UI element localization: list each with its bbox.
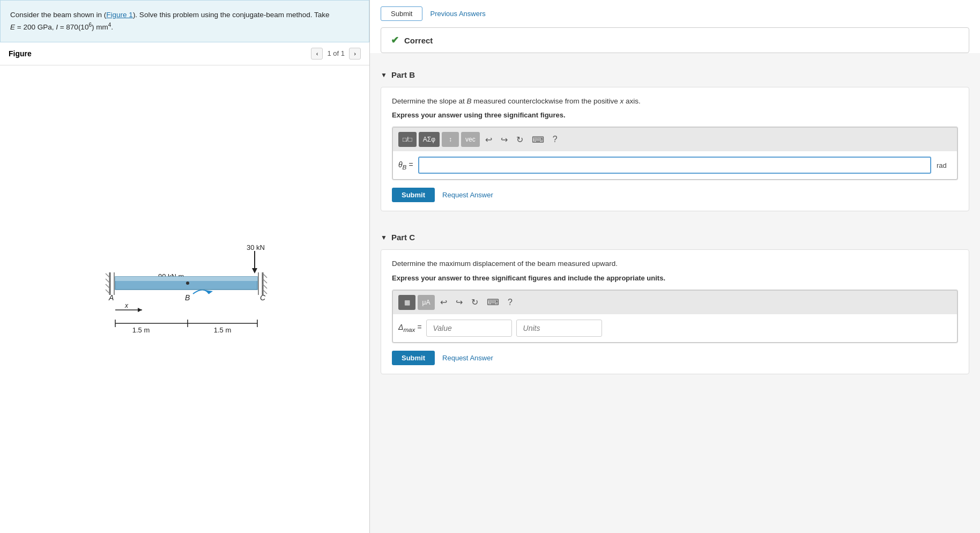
force-arrowhead-30kn	[252, 268, 257, 273]
correct-box: ✔ Correct	[381, 27, 969, 53]
beam-highlight	[115, 277, 257, 281]
part-c-toolbar: ▦ μΑ ↩ ↪ ↻ ⌨ ?	[392, 290, 957, 314]
part-b-request-answer-link[interactable]: Request Answer	[442, 191, 493, 199]
part-c-refresh-button[interactable]: ↻	[468, 296, 481, 308]
figure-page-indicator: 1 of 1	[327, 49, 345, 57]
redo-button[interactable]: ↪	[498, 134, 511, 146]
moment-arrowhead	[205, 290, 213, 294]
theta-b-input[interactable]	[418, 157, 931, 174]
figure-link[interactable]: Figure 1	[106, 11, 133, 19]
part-a-submit-button[interactable]: Submit	[381, 6, 422, 21]
label-c: C	[260, 293, 266, 302]
part-b-body: Determine the slope at B measured counte…	[381, 87, 969, 211]
part-c-mu-button[interactable]: μΑ	[418, 295, 435, 310]
part-b-section: ▼ Part B Determine the slope at B measur…	[370, 62, 980, 222]
vec-button[interactable]: vec	[461, 132, 480, 147]
force-label-30kn: 30 kN	[247, 243, 265, 251]
label-b: B	[185, 293, 190, 302]
x-label: x	[124, 302, 129, 309]
figure-area: Figure ‹ 1 of 1 › 30 kN 90 kN·m	[0, 42, 369, 533]
part-c-description: Determine the maximum displacement of th…	[392, 258, 958, 269]
dim-label-bc: 1.5 m	[213, 326, 231, 334]
theta-b-label: θB =	[398, 160, 413, 171]
problem-statement: Consider the beam shown in (Figure 1). S…	[0, 0, 369, 42]
part-c-keyboard-button[interactable]: ⌨	[484, 296, 502, 308]
fraction-button[interactable]: □/□	[398, 132, 417, 147]
part-b-input-row: θB = rad	[392, 151, 957, 180]
prev-figure-button[interactable]: ‹	[311, 48, 323, 60]
figure-navigation: ‹ 1 of 1 ›	[311, 48, 361, 60]
right-panel: Submit Previous Answers ✔ Correct ▼ Part…	[370, 0, 980, 533]
undo-button[interactable]: ↩	[482, 134, 495, 146]
refresh-button[interactable]: ↻	[513, 134, 526, 146]
part-b-instruction: Express your answer using three signific…	[392, 111, 958, 119]
beam-diagram: 30 kN 90 kN·m	[46, 240, 324, 358]
problem-text-before-link: Consider the beam shown in (	[10, 11, 106, 19]
dim-label-ab: 1.5 m	[132, 326, 150, 334]
part-c-submit-button[interactable]: Submit	[392, 351, 435, 365]
previous-answers-link[interactable]: Previous Answers	[430, 10, 485, 18]
symbols-button[interactable]: ΑΣφ	[419, 132, 440, 147]
part-b-math-area: □/□ ΑΣφ ↕ vec ↩ ↪ ↻ ⌨ ? θB = rad	[392, 127, 958, 180]
part-c-undo-button[interactable]: ↩	[437, 296, 450, 308]
arrows-button[interactable]: ↕	[442, 132, 459, 147]
figure-title: Figure	[9, 49, 32, 58]
part-c-request-answer-link[interactable]: Request Answer	[442, 354, 493, 362]
keyboard-button[interactable]: ⌨	[529, 134, 547, 146]
delta-value-input[interactable]	[426, 320, 512, 337]
part-b-submit-button[interactable]: Submit	[392, 188, 435, 202]
part-c-toggle[interactable]: ▼	[381, 234, 387, 241]
part-c-instruction: Express your answer to three significant…	[392, 274, 958, 282]
theta-b-unit: rad	[937, 161, 952, 169]
label-a: A	[108, 293, 114, 302]
part-c-body: Determine the maximum displacement of th…	[381, 249, 969, 374]
part-c-box-button[interactable]: ▦	[398, 295, 415, 310]
figure-header: Figure ‹ 1 of 1 ›	[0, 42, 369, 65]
delta-units-input[interactable]	[516, 320, 602, 337]
next-figure-button[interactable]: ›	[349, 48, 361, 60]
delta-max-label: Δmax =	[398, 323, 422, 333]
figure-content: 30 kN 90 kN·m	[0, 65, 369, 533]
part-c-help-button[interactable]: ?	[504, 297, 516, 308]
help-button[interactable]: ?	[550, 134, 561, 145]
part-c-math-area: ▦ μΑ ↩ ↪ ↻ ⌨ ? Δmax =	[392, 290, 958, 343]
problem-text-after-link: ). Solve this problem using the conjugat…	[133, 11, 330, 19]
point-b-dot	[186, 282, 189, 285]
part-a-submit-row: Submit Previous Answers	[370, 0, 980, 21]
part-c-redo-button[interactable]: ↪	[452, 296, 466, 308]
part-c-header: ▼ Part C	[381, 233, 969, 242]
part-b-toggle[interactable]: ▼	[381, 71, 387, 79]
part-b-description: Determine the slope at B measured counte…	[392, 96, 958, 107]
part-c-label: Part C	[391, 233, 415, 242]
part-b-header: ▼ Part B	[381, 70, 969, 79]
correct-label: Correct	[404, 36, 433, 45]
part-c-input-row: Δmax =	[392, 314, 957, 343]
x-arrow-head	[138, 308, 142, 312]
part-c-action-row: Submit Request Answer	[392, 351, 958, 365]
part-b-toolbar: □/□ ΑΣφ ↕ vec ↩ ↪ ↻ ⌨ ?	[392, 127, 957, 151]
part-b-action-row: Submit Request Answer	[392, 188, 958, 202]
problem-formula: E = 200 GPa, I = 870(106) mm4.	[10, 23, 113, 31]
part-b-label: Part B	[391, 70, 415, 79]
part-c-section: ▼ Part C Determine the maximum displacem…	[370, 224, 980, 384]
correct-check-icon: ✔	[391, 34, 399, 46]
